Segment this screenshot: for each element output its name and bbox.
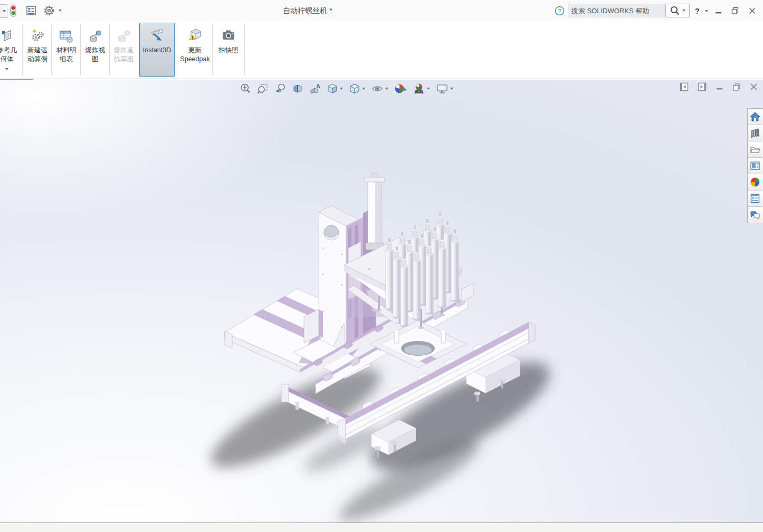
forum-chat-icon bbox=[750, 210, 760, 220]
apply-scene-icon bbox=[413, 83, 425, 94]
document-title: 自动拧螺丝机 * bbox=[0, 0, 615, 21]
view-orientation-dropdown-icon[interactable] bbox=[340, 88, 343, 90]
restore-button[interactable] bbox=[728, 5, 742, 16]
document-window-controls bbox=[680, 82, 758, 91]
title-bar: 自动拧螺丝机 * ? ? bbox=[0, 0, 763, 21]
dynamic-annotation-views-icon: A bbox=[309, 83, 321, 94]
zoom-to-area-button[interactable] bbox=[256, 82, 270, 96]
reference-geometry-icon bbox=[0, 27, 14, 44]
view-palette-icon bbox=[750, 160, 760, 171]
close-button[interactable] bbox=[745, 5, 759, 16]
view-settings-button[interactable] bbox=[435, 82, 454, 96]
taskpane-view-palette-button[interactable] bbox=[748, 158, 762, 174]
svg-text:?: ? bbox=[558, 7, 561, 14]
ribbon-button-instant3d[interactable]: Instant3D bbox=[139, 23, 175, 77]
taskpane-forum-button[interactable] bbox=[748, 207, 762, 223]
display-style-button[interactable] bbox=[348, 82, 366, 96]
taskpane-design-library-button[interactable] bbox=[748, 125, 762, 141]
close-icon bbox=[749, 7, 756, 14]
help-search bbox=[568, 4, 690, 17]
search-input[interactable] bbox=[568, 4, 665, 17]
zoom-to-fit-button[interactable] bbox=[239, 82, 252, 96]
search-magnifier-icon bbox=[670, 5, 680, 16]
home-icon bbox=[750, 111, 760, 122]
zoom-to-fit-icon bbox=[240, 83, 251, 94]
reference-geometry-dropdown-icon[interactable] bbox=[5, 68, 8, 70]
headsup-view-toolbar: A bbox=[239, 81, 454, 97]
ribbon-button-exploded-view[interactable]: 爆炸视 图 bbox=[81, 23, 109, 77]
previous-view-button[interactable] bbox=[273, 82, 287, 96]
instant3d-icon bbox=[148, 27, 166, 44]
zoom-to-area-icon bbox=[257, 83, 269, 94]
view-orientation-button[interactable] bbox=[326, 82, 344, 96]
taskpane-file-explorer-button[interactable] bbox=[748, 141, 762, 158]
section-view-button[interactable] bbox=[291, 82, 304, 96]
help-dropdown-icon[interactable] bbox=[705, 10, 708, 12]
ribbon-button-explode-line-sketch: 爆炸直 线草图 bbox=[110, 23, 138, 77]
view-settings-dropdown-icon[interactable] bbox=[450, 88, 453, 90]
bill-of-materials-icon bbox=[59, 27, 74, 44]
titlebar-right-controls: ? ? bbox=[555, 0, 759, 21]
machine-model[interactable] bbox=[0, 80, 763, 522]
explode-line-sketch-icon bbox=[116, 27, 132, 44]
edit-appearance-button[interactable] bbox=[393, 82, 408, 96]
doc-close-icon[interactable] bbox=[750, 83, 758, 91]
help-button[interactable]: ? bbox=[693, 6, 702, 15]
commandmanager-ribbon: 参考几 何体 新建运 动算例 bbox=[0, 21, 763, 79]
search-button[interactable] bbox=[665, 4, 690, 17]
update-speedpak-icon bbox=[187, 27, 203, 44]
hide-show-dropdown-icon[interactable] bbox=[385, 88, 388, 90]
doc-minimize-icon[interactable] bbox=[716, 83, 723, 91]
take-snapshot-icon bbox=[221, 27, 236, 44]
ribbon-button-reference-geometry[interactable]: 参考几 何体 bbox=[0, 23, 22, 77]
ribbon-button-update-speedpak[interactable]: 更新 Speedpak bbox=[178, 23, 212, 77]
task-pane-tabs bbox=[747, 108, 763, 223]
minimize-icon bbox=[715, 7, 722, 14]
dynamic-annotation-views-button[interactable]: A bbox=[308, 82, 322, 96]
apply-scene-dropdown-icon[interactable] bbox=[427, 88, 430, 90]
restore-icon bbox=[731, 7, 739, 14]
help-circle-icon: ? bbox=[555, 6, 565, 16]
appearances-sphere-icon bbox=[750, 177, 760, 187]
file-explorer-icon bbox=[750, 144, 760, 155]
taskpane-custom-properties-button[interactable] bbox=[748, 191, 762, 207]
chevron-down-icon bbox=[682, 10, 685, 12]
section-view-icon bbox=[292, 83, 303, 94]
svg-text:A: A bbox=[316, 83, 320, 89]
custom-properties-icon bbox=[750, 193, 760, 204]
collapse-left-pane-icon[interactable] bbox=[680, 82, 689, 91]
doc-restore-icon[interactable] bbox=[732, 83, 741, 91]
status-bar bbox=[0, 522, 763, 532]
taskpane-appearances-button[interactable] bbox=[748, 174, 762, 191]
display-style-icon bbox=[349, 83, 360, 94]
ribbon-button-bill-of-materials[interactable]: 材料明 细表 bbox=[52, 23, 80, 77]
hide-show-items-icon bbox=[371, 83, 384, 94]
new-motion-study-icon bbox=[30, 27, 45, 44]
apply-scene-button[interactable] bbox=[412, 82, 431, 96]
collapse-right-pane-icon[interactable] bbox=[698, 82, 707, 91]
display-style-dropdown-icon[interactable] bbox=[362, 88, 365, 90]
ribbon-button-new-motion-study[interactable]: 新建运 动算例 bbox=[23, 23, 52, 77]
hide-show-items-button[interactable] bbox=[370, 82, 389, 96]
solidworks-window: 自动拧螺丝机 * ? ? bbox=[0, 0, 763, 532]
view-orientation-icon bbox=[327, 83, 338, 94]
taskpane-home-button[interactable] bbox=[748, 109, 762, 125]
previous-view-icon bbox=[274, 83, 286, 94]
exploded-view-icon bbox=[88, 27, 103, 44]
edit-appearance-icon bbox=[394, 83, 407, 94]
view-settings-icon bbox=[436, 83, 449, 94]
ribbon-button-take-snapshot[interactable]: 拍快照 bbox=[213, 23, 244, 77]
graphics-viewport[interactable]: A bbox=[0, 80, 763, 522]
minimize-button[interactable] bbox=[711, 5, 725, 16]
design-library-icon bbox=[750, 128, 760, 138]
